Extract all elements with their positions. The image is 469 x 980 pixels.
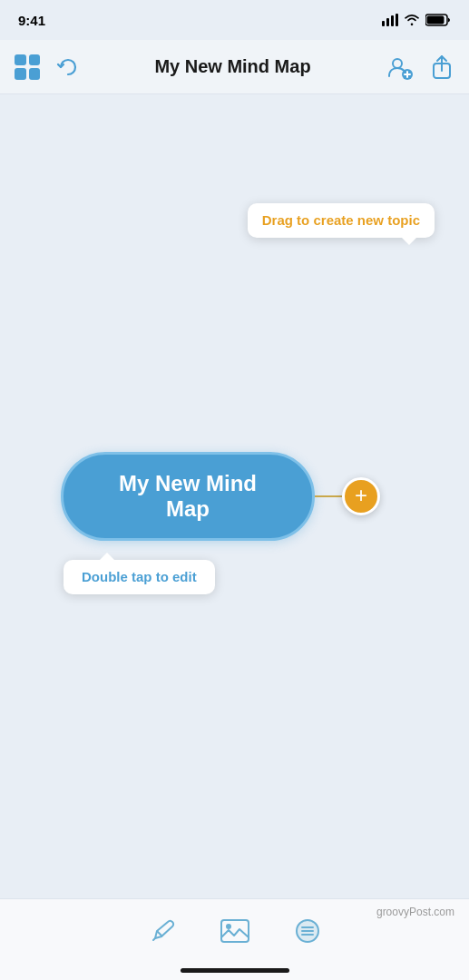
watermark: groovyPost.com [376,906,454,918]
svg-rect-12 [221,920,249,942]
svg-rect-3 [396,14,398,26]
plus-icon: + [355,485,367,506]
pen-tool-button[interactable] [144,913,181,949]
add-collaborator-button[interactable] [386,53,415,82]
connector-line [315,495,342,497]
node-pill[interactable]: My New Mind Map [61,452,315,541]
drag-tooltip-text: Drag to create new topic [262,212,420,228]
nav-left [15,54,80,80]
grid-cell-1 [15,54,26,66]
grid-cell-3 [15,68,26,80]
svg-rect-2 [391,15,394,26]
mindmap-canvas: Drag to create new topic My New Mind Map… [0,94,469,898]
pen-icon [148,916,177,946]
wifi-icon [404,14,420,26]
menu-tool-button[interactable] [289,913,326,949]
doubletap-tooltip: Double tap to edit [64,560,215,594]
image-icon [220,917,250,945]
node-label: My New Mind Map [119,471,257,521]
doubletap-tooltip-text: Double tap to edit [82,569,197,584]
image-tool-button[interactable] [217,913,253,949]
share-button[interactable] [429,54,454,80]
status-icons [382,14,451,26]
grid-cell-2 [29,54,41,66]
add-topic-button[interactable]: + [342,477,380,515]
svg-point-13 [226,924,231,929]
bottom-toolbar: groovyPost.com [0,898,469,980]
grid-cell-4 [29,68,41,80]
svg-rect-1 [386,18,389,26]
nav-right [386,53,454,82]
apps-icon[interactable] [15,54,40,80]
status-bar: 9:41 [0,0,469,40]
battery-icon [425,14,451,26]
svg-rect-0 [382,21,385,26]
svg-rect-5 [427,16,445,24]
home-indicator [181,968,289,973]
nav-bar: My New Mind Map [0,40,469,94]
page-title: My New Mind Map [154,56,310,77]
mindmap-node[interactable]: My New Mind Map + [61,452,380,541]
signal-icon [382,14,398,26]
status-time: 9:41 [18,13,45,28]
undo-button[interactable] [54,54,80,80]
menu-icon [293,918,322,944]
drag-tooltip: Drag to create new topic [248,203,435,238]
svg-point-6 [393,59,402,68]
